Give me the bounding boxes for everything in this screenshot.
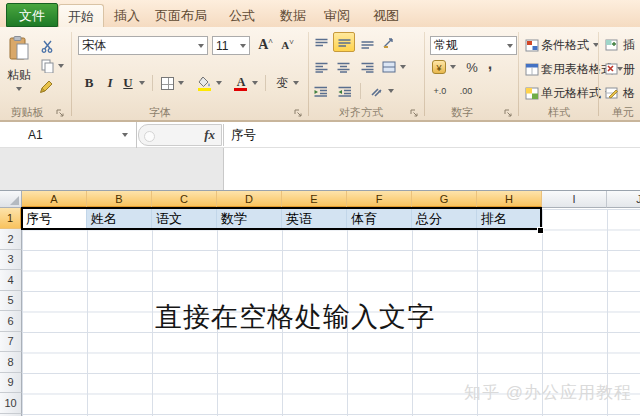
formula-bar-collapse-icon[interactable] xyxy=(144,131,155,142)
cut-icon[interactable] xyxy=(38,37,56,55)
row-header-4[interactable]: 4 xyxy=(0,270,22,291)
font-color-dropdown-icon[interactable] xyxy=(252,81,258,85)
paste-dropdown-icon[interactable] xyxy=(16,87,22,91)
underline-button[interactable]: U xyxy=(120,74,136,92)
font-size-select[interactable]: 11 xyxy=(212,36,250,55)
formula-bar-content[interactable]: 序号 xyxy=(231,122,256,148)
copy-icon[interactable] xyxy=(38,57,56,75)
watermark-text: 知乎 @办公应用教程 xyxy=(464,381,632,404)
tab-formulas[interactable]: 公式 xyxy=(219,4,265,27)
number-dialog-launcher-icon[interactable] xyxy=(504,107,513,116)
tab-insert[interactable]: 插入 xyxy=(106,4,148,27)
borders-dropdown-icon[interactable] xyxy=(178,81,184,85)
tab-file[interactable]: 文件 xyxy=(6,3,58,27)
excel-window: 文件 开始 插入 页面布局 公式 数据 审阅 视图 粘贴 xyxy=(0,0,640,416)
delete-cells-button[interactable]: 册 xyxy=(621,60,637,78)
merge-center-icon[interactable] xyxy=(379,58,399,76)
borders-icon[interactable] xyxy=(158,74,176,92)
copy-dropdown-icon[interactable] xyxy=(58,64,64,68)
format-cells-icon xyxy=(604,84,619,102)
align-right-icon[interactable] xyxy=(357,58,377,76)
column-header-G[interactable]: G xyxy=(412,191,477,208)
font-dialog-launcher-icon[interactable] xyxy=(294,107,303,116)
column-header-I[interactable]: I xyxy=(542,191,607,208)
align-center-icon[interactable] xyxy=(333,58,353,76)
alignment-group-label: 对齐方式 xyxy=(316,105,406,120)
align-left-icon[interactable] xyxy=(311,58,331,76)
phonetic-dropdown-icon[interactable] xyxy=(293,81,299,85)
column-header-J[interactable]: J xyxy=(607,191,640,208)
italic-button[interactable]: I xyxy=(102,74,118,92)
tab-review[interactable]: 审阅 xyxy=(314,4,360,27)
insert-function-icon[interactable]: fx xyxy=(204,127,215,143)
row-header-6[interactable]: 6 xyxy=(0,311,22,332)
formula-bar-input-area[interactable] xyxy=(224,148,640,190)
percent-style-button[interactable]: % xyxy=(463,58,481,76)
worksheet-grid[interactable]: ABCDEFGHIJ 1234567891011 序号姓名语文数学英语体育总分排… xyxy=(0,191,640,416)
delete-cells-icon xyxy=(604,60,619,78)
align-middle-icon[interactable] xyxy=(333,32,355,52)
clipboard-group-label: 剪贴板 xyxy=(2,105,52,120)
bold-button[interactable]: B xyxy=(80,74,98,92)
font-family-select[interactable]: 宋体 xyxy=(78,36,208,55)
font-size-value: 11 xyxy=(216,39,228,53)
decrease-decimal-button[interactable]: .00 xyxy=(454,82,478,100)
merge-dropdown-icon[interactable] xyxy=(400,65,406,69)
font-color-icon[interactable]: A xyxy=(232,72,250,92)
currency-format-icon[interactable]: ¥ xyxy=(430,58,448,76)
tab-page-layout[interactable]: 页面布局 xyxy=(148,4,214,27)
phonetic-guide-button[interactable]: 变 xyxy=(272,74,292,92)
align-top-icon[interactable] xyxy=(311,34,331,52)
fill-color-icon[interactable] xyxy=(196,72,214,92)
text-direction-icon[interactable] xyxy=(367,82,387,100)
comma-style-button[interactable]: , xyxy=(483,55,497,73)
tab-data[interactable]: 数据 xyxy=(270,4,316,27)
row-header-2[interactable]: 2 xyxy=(0,229,22,250)
format-as-table-icon xyxy=(524,60,540,78)
fill-color-dropdown-icon[interactable] xyxy=(216,81,222,85)
text-direction-dropdown-icon[interactable] xyxy=(388,89,394,93)
shrink-font-button[interactable]: A˅ xyxy=(278,36,297,54)
number-format-value: 常规 xyxy=(434,37,458,54)
currency-dropdown-icon[interactable] xyxy=(450,65,456,69)
name-box[interactable]: A1 xyxy=(0,122,137,148)
row-header-7[interactable]: 7 xyxy=(0,332,22,353)
number-format-select[interactable]: 常规 xyxy=(430,36,517,55)
column-header-A[interactable]: A xyxy=(22,191,87,208)
insert-function-area[interactable]: fx xyxy=(138,124,222,146)
conditional-formatting-button[interactable]: 条件格式 xyxy=(541,36,601,54)
paste-icon[interactable] xyxy=(6,35,32,63)
row-header-1[interactable]: 1 xyxy=(0,208,22,229)
column-header-H[interactable]: H xyxy=(477,191,542,208)
alignment-dialog-launcher-icon[interactable] xyxy=(410,107,419,116)
row-header-9[interactable]: 9 xyxy=(0,373,22,394)
column-header-B[interactable]: B xyxy=(87,191,152,208)
column-header-E[interactable]: E xyxy=(282,191,347,208)
format-painter-icon[interactable] xyxy=(38,77,56,95)
paste-button[interactable]: 粘贴 xyxy=(2,66,36,84)
align-bottom-icon[interactable] xyxy=(357,34,377,52)
column-header-F[interactable]: F xyxy=(347,191,412,208)
format-cells-button[interactable]: 格 xyxy=(621,84,637,102)
font-color-bar xyxy=(234,88,247,91)
fill-handle[interactable] xyxy=(537,227,544,234)
underline-dropdown-icon[interactable] xyxy=(139,81,145,85)
decrease-indent-icon[interactable] xyxy=(311,82,331,100)
grow-font-button[interactable]: A˄ xyxy=(255,36,276,54)
row-header-8[interactable]: 8 xyxy=(0,352,22,373)
column-header-C[interactable]: C xyxy=(152,191,217,208)
orientation-icon[interactable] xyxy=(379,34,399,52)
clipboard-dialog-launcher-icon[interactable] xyxy=(56,107,65,116)
row-header-5[interactable]: 5 xyxy=(0,291,22,312)
increase-indent-icon[interactable] xyxy=(335,82,355,100)
name-box-dropdown-icon[interactable] xyxy=(122,133,128,137)
row-header-3[interactable]: 3 xyxy=(0,250,22,271)
insert-cells-button[interactable]: 插 xyxy=(621,36,637,54)
increase-decimal-button[interactable]: +.0 xyxy=(428,82,452,100)
column-header-D[interactable]: D xyxy=(217,191,282,208)
select-all-button[interactable] xyxy=(0,191,22,208)
tab-home[interactable]: 开始 xyxy=(58,4,104,27)
row-header-10[interactable]: 10 xyxy=(0,393,22,414)
tab-view[interactable]: 视图 xyxy=(363,4,409,27)
ribbon: 粘贴 剪贴板 宋体 xyxy=(0,27,640,122)
